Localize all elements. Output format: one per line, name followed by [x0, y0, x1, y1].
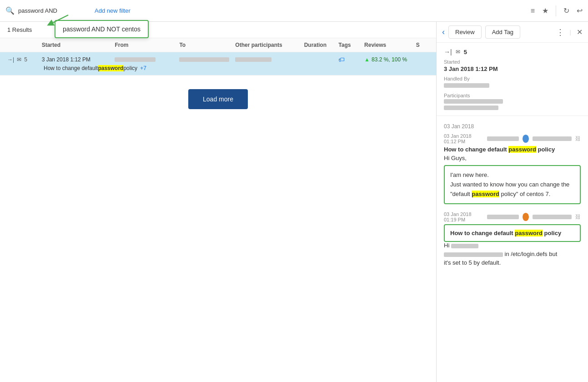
- email-1-greeting: Hi Guys,: [444, 155, 581, 161]
- review-arrow-icon: ▲: [364, 56, 370, 63]
- refresh-icon-btn[interactable]: ↻: [563, 6, 569, 15]
- email-1-body-line3-suffix: policy" of centos 7.: [499, 191, 550, 197]
- row-arrow-icon: →|: [7, 56, 14, 63]
- email-2-name-blur: [451, 244, 478, 248]
- email-1-link-icon[interactable]: ⛓: [575, 136, 581, 142]
- email-2-header: 03 Jan 2018 01:19 PM ⛓: [444, 211, 581, 222]
- email-2-subject-highlight: password: [515, 230, 543, 236]
- right-meta: →| ✉ 5 Started 3 Jan 2018 1:12 PM Handle…: [437, 43, 588, 116]
- filter-icon-btn[interactable]: ≡: [531, 7, 535, 15]
- subject-prefix: How to change default: [44, 65, 98, 71]
- to-blurred: [179, 57, 229, 62]
- email-2-body-blur: [444, 252, 503, 257]
- load-more-button[interactable]: Load more: [188, 89, 248, 109]
- main-layout: 1 Results Started From To Other particip…: [0, 22, 588, 382]
- email-1-body-highlight: password: [472, 191, 499, 197]
- thread-count: 5: [464, 49, 467, 55]
- email-2-subject-prefix: How to change default: [450, 230, 515, 236]
- from-blurred: [115, 57, 156, 62]
- email-1-body-box: I'am new here. Just wanted to know how y…: [444, 165, 581, 204]
- email-item-2: 03 Jan 2018 01:19 PM ⛓ How to change def…: [444, 211, 581, 266]
- row-to: [179, 56, 235, 63]
- started-value: 3 Jan 2018 1:12 PM: [444, 65, 581, 72]
- svg-line-0: [50, 15, 68, 24]
- top-bar: 🔍 Add new filter password AND NOT centos…: [0, 0, 588, 22]
- handled-by-value: [444, 83, 489, 88]
- conversation-section: 03 Jan 2018 03 Jan 2018 01:12 PM ⛓ How t…: [437, 116, 588, 277]
- subject-highlight: password: [98, 65, 123, 71]
- started-label: Started: [444, 59, 581, 65]
- review-score: ▲ 83.2 %, 100 %: [364, 56, 416, 63]
- back-button[interactable]: ‹: [442, 27, 445, 37]
- email-2-timestamp: 03 Jan 2018 01:19 PM: [444, 211, 483, 222]
- col-header-started: Started: [42, 42, 115, 48]
- handled-by-label: Handled By: [444, 76, 581, 81]
- header-divider: |: [570, 29, 571, 35]
- star-icon-btn[interactable]: ★: [542, 6, 548, 15]
- col-header-from: From: [115, 42, 179, 48]
- row-started: 3 Jan 2018 1:12 PM: [42, 56, 115, 63]
- thread-email-icon: ✉: [456, 49, 460, 55]
- email-1-subject-prefix: How to change default: [444, 146, 508, 153]
- back-icon-btn[interactable]: ↩: [577, 6, 583, 15]
- row-check-area: →| ✉ 5: [7, 56, 42, 63]
- email-2-avatar: [523, 213, 529, 221]
- email-2-body-2: it's set to 5 by default.: [444, 259, 581, 266]
- row-email-icon: ✉: [17, 56, 21, 63]
- row-count: 5: [24, 56, 27, 63]
- email-2-greeting: Hi: [444, 242, 581, 249]
- email-2-sender-blur: [487, 215, 519, 219]
- email-1-body-line2: Just wanted to know how you can change t…: [450, 181, 569, 188]
- email-1-body-line3-prefix: "default: [450, 191, 472, 197]
- email-1-subject-highlight: password: [508, 146, 536, 153]
- row-subject: How to change default password policy +7: [7, 65, 429, 71]
- row-other: [235, 56, 304, 63]
- email-1-sender-blur: [487, 136, 519, 141]
- top-bar-right: ≡ ★ ↻ ↩: [531, 5, 583, 16]
- more-options-button[interactable]: ⋮: [556, 27, 564, 37]
- thread-row: →| ✉ 5: [444, 48, 581, 55]
- right-panel: ‹ Review Add Tag ⋮ | ✕ →| ✉ 5 Started 3 …: [437, 22, 588, 382]
- review-button[interactable]: Review: [448, 25, 482, 39]
- email-1-subject: How to change default password policy: [444, 146, 581, 153]
- left-panel: 1 Results Started From To Other particip…: [0, 22, 437, 382]
- tag-icon: 🏷: [338, 56, 345, 63]
- email-1-body-line1: I'am new here.: [450, 171, 489, 178]
- email-2-link-icon[interactable]: ⛓: [575, 214, 581, 220]
- subject-suffix: policy: [123, 65, 137, 71]
- load-more-area: Load more: [0, 75, 436, 382]
- row-tags: 🏷: [338, 56, 364, 63]
- col-header-other: Other participants: [235, 42, 304, 48]
- email-2-subject-box: How to change default password policy: [444, 224, 581, 242]
- col-header-duration: Duration: [304, 42, 339, 48]
- other-blurred: [235, 57, 271, 62]
- col-header-reviews: Reviews: [364, 42, 416, 48]
- col-header-s: S: [416, 42, 429, 48]
- add-filter-link[interactable]: Add new filter: [95, 7, 131, 14]
- col-header-tags: Tags: [338, 42, 364, 48]
- email-1-subject-suffix: policy: [536, 146, 555, 153]
- row-from: [115, 56, 179, 63]
- participant-2: [444, 106, 498, 110]
- close-button[interactable]: ✕: [577, 28, 583, 36]
- thread-arrow-icon: →|: [444, 48, 452, 55]
- row-reviews: ▲ 83.2 %, 100 %: [364, 56, 416, 63]
- email-1-timestamp: 03 Jan 2018 01:12 PM: [444, 133, 483, 144]
- participant-1: [444, 99, 503, 104]
- email-2-subject-suffix: policy: [543, 230, 561, 236]
- email-2-recipient-blur: [533, 215, 572, 219]
- arrow-indicator: [41, 13, 77, 26]
- email-2-greeting-prefix: Hi: [444, 242, 451, 249]
- add-tag-button[interactable]: Add Tag: [485, 25, 520, 39]
- convo-date-header: 03 Jan 2018: [444, 123, 581, 130]
- email-item-1: 03 Jan 2018 01:12 PM ⛓ How to change def…: [444, 133, 581, 204]
- email-1-recipient-blur: [533, 136, 572, 141]
- divider: [556, 5, 556, 16]
- email-2-body: in /etc/login.defs but: [444, 251, 581, 257]
- review-score-value: 83.2 %, 100 %: [372, 56, 407, 63]
- table-row[interactable]: →| ✉ 5 3 Jan 2018 1:12 PM: [0, 52, 436, 75]
- row-top: →| ✉ 5 3 Jan 2018 1:12 PM: [7, 56, 429, 63]
- right-panel-header: ‹ Review Add Tag ⋮ | ✕: [437, 22, 588, 43]
- col-header-to: To: [179, 42, 235, 48]
- participants-label: Participants: [444, 93, 581, 98]
